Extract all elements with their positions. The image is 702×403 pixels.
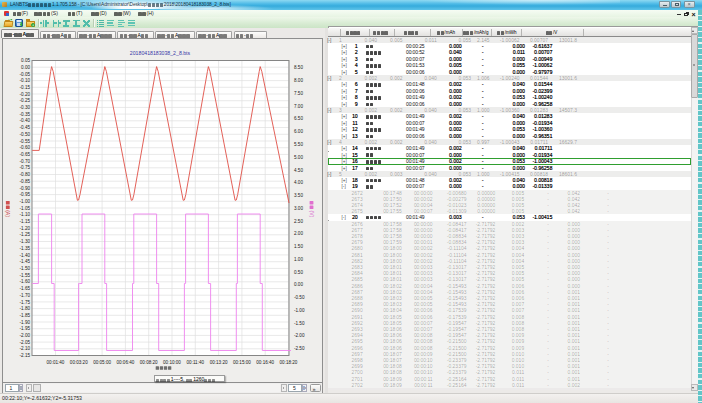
svg-text:5.00: 5.00 [294,155,303,160]
svg-text:00:01:40: 00:01:40 [47,360,65,365]
svg-text:-1.25: -1.25 [20,232,31,237]
svg-text:-1.30: -1.30 [20,239,31,244]
svg-text:00:10:00: 00:10:00 [163,360,181,365]
svg-text:00:06:40: 00:06:40 [116,360,134,365]
svg-text:-0.60: -0.60 [20,145,31,150]
svg-text:-1.35: -1.35 [20,246,31,251]
svg-text:6.50: 6.50 [294,116,303,121]
svg-text:-1.95: -1.95 [20,326,31,331]
svg-text:-0.05: -0.05 [20,72,31,77]
svg-text:-1.40: -1.40 [20,253,31,258]
svg-text:-1.85: -1.85 [20,313,31,318]
svg-text:-0.50: -0.50 [20,132,31,137]
svg-text:3.50: 3.50 [294,193,303,198]
svg-text:-0.15: -0.15 [20,85,31,90]
svg-text:00:16:40: 00:16:40 [256,360,274,365]
svg-text:-0.35: -0.35 [20,112,31,117]
svg-text:-0.45: -0.45 [20,125,31,130]
svg-text:-0.20: -0.20 [20,92,31,97]
svg-text:00:11:40: 00:11:40 [187,360,205,365]
svg-text:-0.30: -0.30 [20,105,31,110]
svg-text:-1.00: -1.00 [20,199,31,204]
svg-text:1.00: 1.00 [294,257,303,262]
svg-text:8.50: 8.50 [294,65,303,70]
svg-text:4.50: 4.50 [294,168,303,173]
svg-text:5.50: 5.50 [294,142,303,147]
svg-text:00:05:00: 00:05:00 [93,360,111,365]
svg-text:2.00: 2.00 [294,231,303,236]
svg-text:-2.10: -2.10 [20,346,31,351]
svg-text:(A): (A) [5,210,11,217]
svg-text:00:15:00: 00:15:00 [233,360,251,365]
svg-text:-1.45: -1.45 [20,259,31,264]
svg-text:-1.60: -1.60 [20,279,31,284]
svg-text:-0.85: -0.85 [20,179,31,184]
svg-text:-1.15: -1.15 [20,219,31,224]
svg-text:-2.05: -2.05 [20,340,31,345]
svg-text:-2.50: -2.50 [294,346,305,351]
svg-text:8.00: 8.00 [294,78,303,83]
svg-text:-1.00: -1.00 [294,308,305,313]
svg-text:00:18:20: 00:18:20 [280,360,298,365]
svg-text:-0.25: -0.25 [20,98,31,103]
svg-text:-0.50: -0.50 [294,295,305,300]
svg-text:00:08:20: 00:08:20 [140,360,158,365]
svg-text:-0.10: -0.10 [20,78,31,83]
svg-text:0.00: 0.00 [294,282,303,287]
svg-text:3.00: 3.00 [294,206,303,211]
svg-text:-0.65: -0.65 [20,152,31,157]
svg-text:-1.70: -1.70 [20,293,31,298]
svg-text:20180418183038_2_8.bts: 20180418183038_2_8.bts [130,50,191,56]
svg-text:-1.90: -1.90 [20,320,31,325]
svg-text:0.05: 0.05 [21,58,30,63]
svg-text:-1.80: -1.80 [20,306,31,311]
svg-text:-0.70: -0.70 [20,159,31,164]
svg-text:-1.65: -1.65 [20,286,31,291]
svg-text:-0.55: -0.55 [20,139,31,144]
svg-text:4.00: 4.00 [294,180,303,185]
svg-text:0.50: 0.50 [294,270,303,275]
svg-text:-1.55: -1.55 [20,273,31,278]
svg-text:-1.10: -1.10 [20,212,31,217]
svg-text:00:03:20: 00:03:20 [70,360,88,365]
svg-text:6.00: 6.00 [294,129,303,134]
svg-text:-0.40: -0.40 [20,118,31,123]
svg-text:-1.50: -1.50 [294,321,305,326]
svg-text:2.50: 2.50 [294,219,303,224]
svg-text:0.00: 0.00 [21,65,30,70]
svg-text:-0.75: -0.75 [20,165,31,170]
svg-text:-2.00: -2.00 [20,333,31,338]
svg-text:7.50: 7.50 [294,91,303,96]
svg-text:-1.75: -1.75 [20,300,31,305]
svg-text:-1.05: -1.05 [20,206,31,211]
svg-text:-1.50: -1.50 [20,266,31,271]
svg-text:1.50: 1.50 [294,244,303,249]
svg-text:00:13:20: 00:13:20 [210,360,228,365]
svg-text:-1.20: -1.20 [20,226,31,231]
svg-text:-0.80: -0.80 [20,172,31,177]
svg-text:7.00: 7.00 [294,104,303,109]
svg-text:-0.90: -0.90 [20,186,31,191]
svg-text:-0.95: -0.95 [20,192,31,197]
svg-text:-2.00: -2.00 [294,333,305,338]
svg-text:(V): (V) [309,211,315,218]
svg-text:-2.15: -2.15 [20,353,31,358]
